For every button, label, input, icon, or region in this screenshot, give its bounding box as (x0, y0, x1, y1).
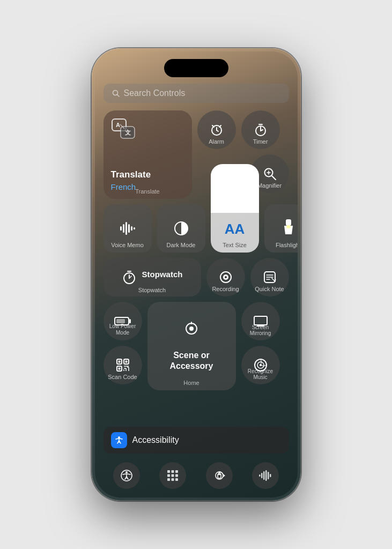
svg-rect-75 (167, 478, 170, 481)
svg-rect-76 (172, 478, 174, 481)
svg-point-53 (189, 327, 194, 331)
svg-point-65 (125, 471, 128, 473)
svg-marker-79 (223, 474, 225, 477)
search-icon (112, 90, 120, 97)
svg-rect-72 (167, 474, 170, 477)
svg-rect-37 (116, 319, 125, 323)
search-placeholder: Search Controls (124, 88, 186, 98)
svg-rect-83 (261, 473, 263, 478)
nav-accessibility[interactable] (113, 462, 140, 489)
voice-memo-icon (119, 221, 136, 236)
timer-tile[interactable]: Timer (241, 110, 280, 149)
bottom-nav (103, 459, 289, 492)
row-2: Voice Memo Dark Mode AA Text (103, 204, 289, 253)
row-1: A 文 Translate French Translate (103, 110, 289, 199)
timer-label: Timer (241, 138, 280, 145)
svg-rect-87 (270, 474, 271, 477)
alarm-icon (209, 122, 224, 137)
svg-rect-25 (286, 219, 291, 226)
screen-mirror-label-2: Screen Mirroring (241, 324, 280, 336)
low-power-label: Low Power Mode (103, 323, 142, 336)
quick-note-icon (262, 270, 277, 285)
accessibility-label: Accessibility (132, 435, 179, 445)
scan-code-tile[interactable]: Scan Code (103, 346, 142, 384)
svg-rect-23 (134, 227, 135, 229)
recording-label: Recording (206, 286, 245, 292)
svg-rect-22 (131, 226, 132, 231)
translate-icon-area: A 文 (111, 118, 184, 142)
right-col-top: Alarm Timer (197, 110, 289, 149)
translate-title: Translate (111, 169, 184, 182)
flashlight-tile[interactable]: Flashlight (264, 204, 298, 253)
dark-mode-tile[interactable]: Dark Mode (157, 204, 205, 253)
bottom-section: Accessibility (103, 427, 289, 492)
alarm-label: Alarm (197, 138, 236, 145)
nav-keypad[interactable] (159, 462, 186, 489)
scene-title: Scene orAccessory (170, 350, 213, 370)
svg-rect-18 (120, 226, 122, 231)
svg-rect-77 (175, 478, 178, 481)
accessibility-bar[interactable]: Accessibility (103, 427, 289, 454)
svg-rect-85 (265, 470, 267, 481)
svg-rect-20 (125, 222, 127, 235)
svg-point-31 (225, 276, 227, 278)
voice-memo-label: Voice Memo (103, 242, 152, 248)
svg-text:A: A (116, 122, 120, 128)
scan-code-icon (115, 358, 130, 373)
svg-rect-44 (118, 368, 120, 370)
flashlight-label: Flashlight (264, 242, 298, 248)
quick-note-tile[interactable]: Quick Note (250, 258, 289, 296)
text-size-label: Text Size (211, 242, 259, 248)
alarm-tile[interactable]: Alarm (197, 110, 236, 149)
phone-frame: Search Controls A 文 (92, 48, 301, 501)
stopwatch-label: Stopwatch (103, 287, 201, 293)
search-bar[interactable]: Search Controls (103, 84, 289, 103)
screen-mirror-tile-2[interactable]: Screen Mirroring (241, 302, 280, 340)
phone-screen: Search Controls A 文 (95, 51, 298, 498)
nav-lock-rotation[interactable] (206, 462, 233, 489)
svg-rect-19 (123, 224, 124, 233)
translate-icon: A 文 (111, 118, 137, 142)
magnifier-icon (262, 166, 277, 181)
screen-content: Search Controls A 文 (95, 51, 298, 498)
svg-rect-43 (125, 361, 127, 363)
recognize-music-tile[interactable]: Recognize Music (241, 346, 280, 384)
quick-note-label: Quick Note (250, 286, 289, 292)
right-small-col: Screen Mirroring Recognize Music (241, 302, 280, 390)
scene-accessory-tile[interactable]: Scene orAccessory Home (147, 302, 236, 390)
svg-line-9 (217, 130, 218, 131)
translate-tile[interactable]: A 文 Translate French Translate (103, 110, 192, 199)
voice-memo-tile[interactable]: Voice Memo (103, 204, 152, 253)
accessibility-icon (111, 432, 127, 448)
svg-rect-21 (128, 224, 130, 233)
stopwatch-tile[interactable]: Stopwatch Stopwatch (103, 258, 201, 296)
nav-audio-waveform[interactable] (252, 462, 279, 489)
flashlight-icon (282, 219, 295, 238)
svg-rect-86 (268, 472, 269, 479)
controls-grid: A 文 Translate French Translate (103, 110, 289, 421)
left-col-small: Low Power Mode (103, 302, 142, 390)
svg-point-26 (286, 225, 291, 228)
svg-rect-74 (175, 474, 178, 477)
row-4: Low Power Mode (103, 302, 289, 390)
dark-mode-label: Dark Mode (157, 242, 205, 248)
svg-rect-38 (129, 319, 131, 323)
svg-rect-71 (175, 470, 178, 473)
dynamic-island (164, 59, 228, 77)
recognize-music-label: Recognize Music (241, 368, 280, 380)
scene-home-label: Home (147, 380, 236, 386)
stopwatch-icon (122, 270, 137, 285)
svg-rect-82 (259, 474, 261, 477)
text-size-tile[interactable]: AA Text Size (211, 164, 259, 253)
svg-rect-42 (118, 361, 120, 363)
text-size-slider (211, 164, 259, 213)
svg-rect-84 (263, 471, 265, 480)
svg-rect-54 (254, 316, 267, 325)
svg-rect-73 (172, 474, 174, 477)
svg-line-1 (117, 95, 119, 97)
recording-tile[interactable]: Recording (206, 258, 245, 296)
row-3: Stopwatch Stopwatch Recording (103, 258, 289, 296)
low-power-tile[interactable]: Low Power Mode (103, 302, 142, 340)
translate-label: Translate (103, 188, 192, 195)
timer-icon (253, 122, 268, 137)
